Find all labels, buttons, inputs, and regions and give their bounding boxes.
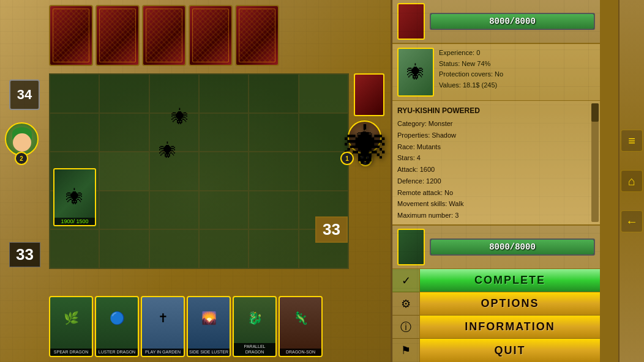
player-top-badge: 2 <box>15 152 28 165</box>
bottom-card-count: 33 <box>9 242 40 267</box>
grid-cell[interactable] <box>199 113 249 152</box>
grid-cell[interactable] <box>199 152 249 191</box>
top-hand-card-2[interactable] <box>95 5 140 66</box>
top-hp-bar-container: 8000/8000 <box>430 13 595 30</box>
grid-cell[interactable] <box>50 113 99 152</box>
information-icon: ⓘ <box>392 316 420 339</box>
scroll-bar[interactable] <box>591 103 599 222</box>
field-creature-2[interactable]: 🕷 <box>159 141 176 161</box>
complete-icon: ✓ <box>392 269 420 292</box>
quit-button[interactable]: ⚑ QUIT <box>392 339 600 362</box>
top-hand-card-1[interactable] <box>49 5 93 66</box>
big-spider-creature[interactable]: 🕷 <box>345 122 388 171</box>
complete-button[interactable]: ✓ COMPLETE <box>392 269 600 292</box>
information-label: INFORMATION <box>420 316 600 338</box>
game-board: 🕷 1900/ 1500 🕷 🕷 <box>49 73 349 269</box>
options-button[interactable]: ⚙ OPTIONS <box>392 292 600 316</box>
grid-cell[interactable] <box>249 152 298 191</box>
card-attack: Attack: 1600 <box>397 164 595 175</box>
side-nav-menu-button[interactable]: ≡ <box>621 130 643 152</box>
card-protection: Protection covers: No <box>439 69 595 80</box>
card-info-section: 🕷 Experience: 0 Status: New 74% Protecti… <box>392 44 600 101</box>
top-hand <box>49 5 279 66</box>
right-panel: 8000/8000 🕷 Experience: 0 Status: New 74… <box>391 0 600 362</box>
bottom-hp-text: 8000/8000 <box>431 240 594 254</box>
grid-cell[interactable] <box>199 191 249 230</box>
hand-card-3-name: PLAY IN GARDEN <box>142 349 184 356</box>
top-player-card-thumb <box>397 3 425 40</box>
card-movement: Movement skills: Walk <box>397 198 595 210</box>
top-hand-card-5[interactable] <box>235 5 279 66</box>
right-creature-badge: 1 <box>340 152 354 165</box>
card-stars: Stars: 4 <box>397 152 595 164</box>
side-nav-home-button[interactable]: ⌂ <box>621 170 643 192</box>
hand-card-2[interactable]: 🔵 LUSTER DRAGON <box>95 296 139 357</box>
player-top-avatar <box>5 122 39 156</box>
card-thumbnail[interactable]: 🕷 <box>397 48 434 97</box>
grid-cell[interactable] <box>249 113 298 152</box>
board-monster-card[interactable]: 🕷 1900/ 1500 <box>53 168 96 226</box>
hand-card-5-name: PARALLEL DRAGON <box>234 343 275 356</box>
grid-cell[interactable] <box>199 229 249 268</box>
grid-cell[interactable] <box>50 74 99 113</box>
card-stats: Experience: 0 Status: New 74% Protection… <box>439 48 595 97</box>
field-creature-1[interactable]: 🕷 <box>171 107 189 127</box>
top-hand-card-3[interactable] <box>142 5 186 66</box>
side-nav-back-button[interactable]: ← <box>621 210 643 232</box>
bottom-hp-bar: 8000/8000 <box>430 238 595 256</box>
card-experience: Experience: 0 <box>439 48 595 59</box>
grid-cell[interactable] <box>249 191 298 230</box>
hand-card-1[interactable]: 🌿 SPEAR DRAGON <box>49 296 93 357</box>
card-defence: Defence: 1200 <box>397 175 595 187</box>
quit-label: QUIT <box>420 339 600 362</box>
deck-pile[interactable] <box>354 73 384 116</box>
grid-cell[interactable] <box>50 229 99 268</box>
grid-cell[interactable] <box>199 74 249 113</box>
top-hp-text: 8000/8000 <box>431 14 594 29</box>
grid-cell[interactable] <box>99 229 149 268</box>
board-monster-defence: 1500 <box>77 218 89 224</box>
card-remote-attack: Remote attack: No <box>397 187 595 199</box>
top-player-section: 8000/8000 <box>392 0 600 44</box>
hand-card-1-name: SPEAR DRAGON <box>50 349 92 356</box>
top-hand-card-4[interactable] <box>189 5 233 66</box>
card-status: Status: New 74% <box>439 59 595 70</box>
bottom-player-section: 8000/8000 <box>392 225 600 269</box>
field-score: 33 <box>315 216 348 243</box>
scroll-thumb[interactable] <box>591 103 599 122</box>
grid-cell[interactable] <box>99 113 149 152</box>
quit-icon: ⚑ <box>392 339 420 362</box>
top-hp-bar: 8000/8000 <box>430 13 595 30</box>
hand-card-3[interactable]: ✝ PLAY IN GARDEN <box>141 296 185 357</box>
top-card-count: 34 <box>9 79 40 110</box>
bottom-hand: 🌿 SPEAR DRAGON 🔵 LUSTER DRAGON ✝ PLAY IN… <box>49 296 323 357</box>
hand-card-4[interactable]: 🌄 SIDE SIDE LUSTER <box>187 296 231 357</box>
card-properties: Properties: Shadow <box>397 130 595 141</box>
hand-card-5[interactable]: 🐉 PARALLEL DRAGON <box>233 296 277 357</box>
card-detail-name: RYU-KISHIN POWERED <box>397 105 595 117</box>
grid-cell[interactable] <box>99 191 149 230</box>
grid-cell[interactable] <box>299 74 348 113</box>
grid-cell[interactable] <box>249 74 298 113</box>
grid-cell[interactable] <box>149 229 199 268</box>
card-detail-section: RYU-KISHIN POWERED Category: Monster Pro… <box>392 101 600 225</box>
hand-card-2-name: LUSTER DRAGON <box>96 349 138 356</box>
hand-card-6-name: DRAGON-SON <box>280 349 321 356</box>
grid-cell[interactable] <box>99 74 149 113</box>
grid-cell[interactable] <box>249 229 298 268</box>
complete-label: COMPLETE <box>420 269 600 292</box>
options-icon: ⚙ <box>392 292 420 316</box>
card-values: Values: 18.1$ (245) <box>439 80 595 91</box>
back-icon: ← <box>626 215 638 229</box>
grid-cell[interactable] <box>149 191 199 230</box>
side-navigation: ≡ ⌂ ← <box>618 0 644 362</box>
menu-buttons: ✓ COMPLETE ⚙ OPTIONS ⓘ INFORMATION ⚑ QUI… <box>392 269 600 362</box>
game-area: 34 2 <box>0 0 391 362</box>
hand-card-6[interactable]: 🦎 DRAGON-SON <box>279 296 323 357</box>
home-icon: ⌂ <box>628 174 635 188</box>
options-label: OPTIONS <box>420 292 600 315</box>
card-maximum: Maximum number: 3 <box>397 210 595 221</box>
grid-cell[interactable] <box>99 152 149 191</box>
information-button[interactable]: ⓘ INFORMATION <box>392 316 600 339</box>
grid-cell[interactable] <box>299 113 348 152</box>
